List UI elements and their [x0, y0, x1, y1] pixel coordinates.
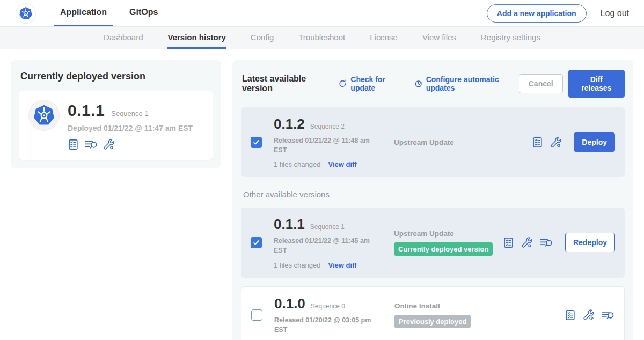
tab-application[interactable]: Application [54, 0, 113, 26]
released-timestamp: Released 01/21/22 @ 11:45 am EST [274, 236, 376, 255]
version-number: 0.1.2 [274, 116, 305, 132]
header-tabs: Application GitOps [54, 0, 174, 26]
configure-automatic-updates-link[interactable]: Configure automatic updates [414, 75, 519, 92]
check-for-update-link[interactable]: Check for update [338, 75, 405, 92]
view-diff-icon[interactable] [539, 237, 553, 248]
version-number: 0.1.1 [274, 216, 305, 233]
deploy-button[interactable]: Deploy [574, 132, 615, 152]
latest-available-title: Latest available version [242, 74, 330, 93]
sequence-label: Sequence 1 [310, 223, 345, 231]
preflight-checks-icon[interactable] [503, 237, 514, 248]
version-source-label: Online Install [394, 302, 558, 310]
latest-header: Latest available version Check for updat… [241, 69, 625, 99]
configure-automatic-updates-label: Configure automatic updates [426, 75, 519, 92]
version-checkbox[interactable] [251, 237, 262, 248]
view-diff-link[interactable]: View diff [328, 261, 356, 269]
deployed-sequence-label: Sequence 1 [111, 109, 148, 117]
check-for-update-icon [338, 79, 347, 88]
view-config-icon[interactable] [583, 309, 594, 321]
view-diff-icon[interactable] [84, 139, 98, 150]
version-row-0-1-1: 0.1.1 Sequence 1 Released 01/21/22 @ 11:… [241, 208, 625, 277]
version-source-label: Upstream Update [394, 230, 496, 238]
subnav-tab-license-label: License [370, 33, 398, 42]
currently-deployed-card: 0.1.1 Sequence 1 Deployed 01/21/22 @ 11:… [19, 91, 213, 160]
logout-link[interactable]: Log out [601, 9, 629, 18]
version-source-label: Upstream Update [394, 138, 525, 146]
sequence-label: Sequence 0 [311, 302, 345, 310]
version-row-0-1-0: 0.1.0 Sequence 0 Released 01/20/22 @ 03:… [241, 286, 625, 340]
subnav-tab-registry-settings-label: Registry settings [481, 33, 540, 42]
subnav-tab-dashboard[interactable]: Dashboard [104, 27, 143, 49]
subnav-tab-config[interactable]: Config [251, 27, 274, 49]
tab-gitops-label: GitOps [129, 8, 158, 17]
version-row-0-1-2: 0.1.2 Sequence 2 Released 01/21/22 @ 11:… [241, 107, 625, 177]
subnav-tab-troubleshoot[interactable]: Troubleshoot [298, 27, 345, 49]
subnav-tab-config-label: Config [251, 33, 274, 42]
app-icon [29, 100, 59, 130]
files-changed-label: 1 files changed [274, 261, 320, 269]
edit-config-icon[interactable] [550, 137, 561, 148]
currently-deployed-title: Currently deployed version [20, 71, 213, 82]
checkmark-icon [252, 239, 260, 247]
version-checkbox[interactable] [251, 137, 262, 148]
released-timestamp: Released 01/20/22 @ 03:05 pm EST [274, 315, 376, 335]
view-diff-icon[interactable] [601, 309, 614, 321]
previously-deployed-badge: Previously deployed [394, 315, 471, 328]
redeploy-button[interactable]: Redeploy [565, 233, 615, 252]
version-history-panel: Latest available version Check for updat… [232, 60, 633, 340]
version-number: 0.1.0 [274, 295, 305, 312]
subnav-tab-license[interactable]: License [370, 27, 398, 49]
preflight-checks-icon[interactable] [532, 137, 543, 148]
add-application-button[interactable]: Add a new application [487, 4, 587, 23]
auto-updates-icon [414, 79, 423, 88]
edit-config-icon[interactable] [103, 139, 114, 150]
subnav-tab-view-files[interactable]: View files [422, 27, 456, 49]
preflight-checks-icon[interactable] [68, 139, 79, 150]
subnav-tab-troubleshoot-label: Troubleshoot [298, 33, 345, 42]
edit-config-icon[interactable] [521, 237, 532, 248]
currently-deployed-badge: Currently deployed version [394, 242, 493, 256]
diff-releases-button[interactable]: Diff releases [568, 70, 625, 98]
subnav-tab-dashboard-label: Dashboard [104, 33, 143, 42]
tab-application-label: Application [60, 8, 107, 17]
subnav-tab-view-files-label: View files [422, 33, 456, 42]
sequence-label: Sequence 2 [310, 123, 345, 130]
other-versions-title: Other available versions [243, 190, 625, 199]
subnav-tab-version-history-label: Version history [167, 33, 225, 42]
tab-gitops[interactable]: GitOps [123, 0, 164, 26]
kubernetes-logo [16, 4, 35, 23]
preflight-checks-icon[interactable] [565, 309, 576, 321]
deployed-version-number: 0.1.1 [68, 101, 105, 120]
top-header: Application GitOps Add a new application… [0, 0, 644, 27]
cancel-button[interactable]: Cancel [519, 74, 563, 93]
deployed-timestamp: Deployed 01/21/22 @ 11:47 am EST [68, 124, 193, 132]
check-for-update-label: Check for update [350, 75, 405, 92]
main-content: Currently deployed version 0.1.1 Sequenc… [0, 49, 644, 340]
files-changed-label: 1 files changed [274, 160, 320, 168]
version-checkbox[interactable] [251, 309, 262, 321]
view-diff-link[interactable]: View diff [328, 160, 356, 168]
app-subnav: Dashboard Version history Config Trouble… [0, 27, 644, 49]
subnav-tab-registry-settings[interactable]: Registry settings [481, 27, 540, 49]
released-timestamp: Released 01/21/22 @ 11:48 am EST [274, 136, 376, 155]
checkmark-icon [252, 138, 260, 146]
subnav-tab-version-history[interactable]: Version history [167, 27, 225, 49]
currently-deployed-panel: Currently deployed version 0.1.1 Sequenc… [11, 60, 221, 168]
